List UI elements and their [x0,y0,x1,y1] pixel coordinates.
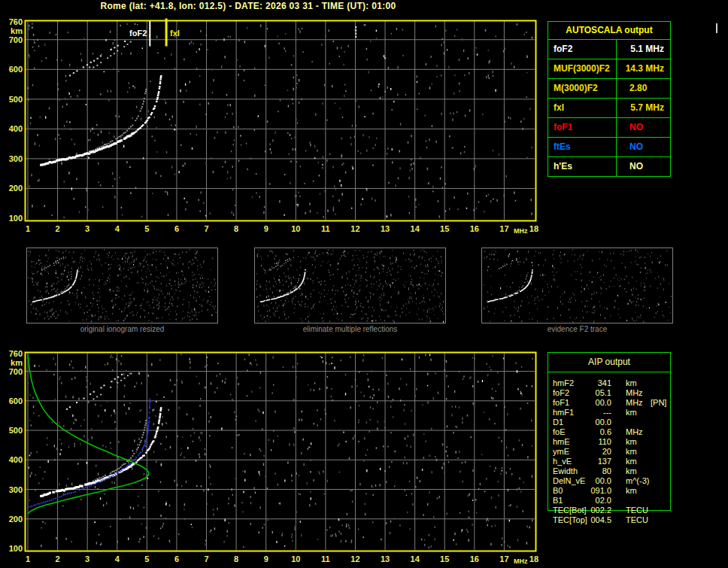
aip-cell-unit: MHz [626,427,651,437]
aip-cell-value: 341 [590,378,611,388]
parameter-label: foF2 [548,40,617,59]
aip-row-hme: hmE110km [548,437,683,447]
svg-text:18: 18 [529,554,538,563]
aip-cell-unit: MHz [626,388,651,398]
aip-cell-unit [626,496,651,506]
svg-text:200: 200 [9,184,23,193]
bottom-ionogram-plot: 760700600500400300200100km12345678910111… [0,345,545,568]
aip-cell-value: 00.0 [590,476,611,486]
noise-speckle [28,354,533,548]
aip-row-d1: D100.0 [548,418,683,427]
svg-text:1: 1 [26,224,30,233]
svg-text:10: 10 [291,554,300,563]
parameter-label: h'Es [548,157,617,176]
svg-text:100: 100 [9,214,23,223]
svg-text:6: 6 [174,224,179,233]
svg-text:760: 760 [9,17,23,26]
aip-row-foe: foE0.6MHz [548,427,683,437]
svg-text:14: 14 [411,224,420,233]
restored-trace-blue [27,399,150,509]
svg-text:2: 2 [56,224,60,233]
svg-text:fxI: fxI [170,29,180,38]
aip-cell-unit: km [626,447,651,457]
svg-text:17: 17 [499,224,508,233]
svg-text:700: 700 [9,35,23,44]
aip-cell-value: 00.0 [590,418,611,427]
aip-cell-value: 004.5 [590,515,611,525]
aip-cell-value: 05.1 [590,388,611,398]
aip-cell-label: hmF1 [553,408,590,418]
parameter-value: NO [617,138,670,156]
aip-cell-value: 091.0 [590,486,611,496]
aip-cell-label: DelN_vE [553,476,590,486]
svg-text:7: 7 [204,554,208,563]
aip-row-yme: ymE20km [548,447,683,457]
aip-row-tectop: TEC[Top]004.5TECU [548,515,683,525]
aip-cell-value: 02.0 [590,496,611,506]
svg-text:15: 15 [440,224,449,233]
autoscala-row-fxi: fxI5.7 MHz [548,99,670,118]
bottom-content: 760700600500400300200100km12345678910111… [9,349,538,565]
svg-text:7: 7 [204,224,208,233]
svg-text:200: 200 [9,515,23,524]
svg-text:400: 400 [9,455,23,464]
svg-text:15: 15 [440,554,449,563]
svg-text:MHz: MHz [514,227,528,235]
aip-cell-label: h_vE [553,457,590,466]
svg-text:2: 2 [56,554,60,563]
autoscala-row-fof2: foF25.1 MHz [548,40,670,59]
top-ionogram-plot: foF2fxI760700600500400300200100km1234567… [0,13,545,238]
aip-cell-unit: km [626,466,651,476]
aip-row-delnve: DelN_vE00.0m^(-3) [548,476,683,486]
svg-text:600: 600 [9,65,23,74]
parameter-value: NO [617,118,670,137]
aip-cell-unit: m^(-3) [626,476,651,486]
svg-text:3: 3 [85,224,89,233]
marker-fxi: fxI [165,19,180,47]
autoscala-row-ftes: ftEsNO [548,138,670,157]
aip-cell-label: B1 [553,496,590,506]
svg-text:1: 1 [26,554,30,563]
thumbnail-evidence-f2-trace [481,248,673,324]
svg-text:300: 300 [9,485,23,494]
svg-text:13: 13 [381,554,390,563]
parameter-value: 2.80 [617,79,670,98]
axis-labels: 760700600500400300200100km12345678910111… [9,349,538,565]
autoscala-table-title: AUTOSCALA output [548,22,670,40]
svg-text:5: 5 [144,224,149,233]
aip-table-title: AIP output [548,353,670,372]
aip-row-hmf1: hmF1---km [548,408,683,418]
aip-cell-label: foE [553,427,590,437]
thumbnail-original-ionogram [26,248,218,324]
aip-row-b0: B0091.0km [548,486,683,496]
aip-cell-unit: km [626,408,651,418]
aip-cell-unit [626,418,651,427]
thumbnail-border [482,248,673,323]
grid-lines [26,353,535,551]
aip-cell-label: foF1 [553,398,590,408]
parameter-label: fxI [548,99,617,117]
svg-text:8: 8 [234,224,238,233]
aip-row-hmf2: hmF2341km [548,378,683,388]
aip-cell-value: 20 [590,447,611,457]
thumbnail-caption-original: original ionogram resized [26,325,218,333]
aip-row-ewidth: Ewidth80km [548,466,683,476]
parameter-label: MUF(3000)F2 [548,59,617,78]
aip-cell-value: 0.6 [590,427,611,437]
svg-text:3: 3 [85,554,89,563]
parameter-label: ftEs [548,138,617,156]
svg-text:18: 18 [529,224,538,233]
svg-text:16: 16 [470,224,479,233]
autoscala-row-hes: h'EsNO [548,157,670,176]
aip-cell-unit: km [626,378,651,388]
autoscala-output-table: AUTOSCALA output foF25.1 MHzMUF(3000)F21… [548,21,671,177]
autoscala-row-muf3000f2: MUF(3000)F214.3 MHz [548,59,670,79]
svg-text:km: km [11,358,23,367]
noise-artifact [716,23,717,33]
plot-border [26,21,536,221]
svg-text:MHz: MHz [514,557,528,565]
svg-text:17: 17 [499,554,508,563]
noise-speckle [27,23,532,219]
autoscala-table-rows: foF25.1 MHzMUF(3000)F214.3 MHzM(3000)F22… [548,40,670,176]
aip-cell-unit: TECU [626,506,651,515]
